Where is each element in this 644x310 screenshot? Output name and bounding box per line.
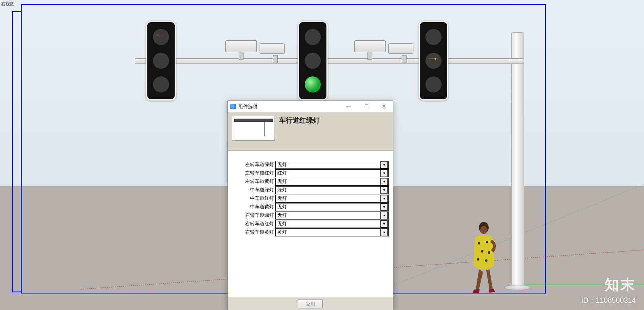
lamp-middle-green (305, 76, 321, 92)
option-label: 左转车道黄灯 (232, 178, 275, 185)
chevron-down-icon[interactable]: ▾ (380, 229, 388, 236)
svg-point-2 (478, 242, 480, 244)
svg-point-7 (485, 259, 487, 262)
option-dropdown[interactable]: 无灯▾ (275, 203, 389, 211)
svg-point-1 (480, 226, 487, 234)
option-row: 左转车道黄灯无灯▾ (232, 177, 389, 186)
chevron-down-icon[interactable]: ▾ (380, 178, 388, 185)
maximize-button[interactable]: ☐ (357, 101, 375, 112)
watermark-id: ID：1108500314 (581, 296, 636, 305)
option-value: 黄灯 (277, 229, 287, 236)
option-row: 右转车道黄灯黄灯▾ (232, 228, 389, 236)
option-dropdown[interactable]: 无灯▾ (275, 220, 389, 228)
option-value: 无灯 (277, 203, 287, 210)
option-row: 中车道黄灯无灯▾ (232, 203, 389, 211)
signal-arm[interactable] (135, 58, 524, 64)
option-dropdown[interactable]: 无灯▾ (275, 178, 389, 186)
component-title: 车行道红绿灯 (279, 116, 320, 125)
svg-point-5 (488, 251, 490, 254)
option-label: 中车道绿灯 (232, 187, 275, 193)
watermark-brand: 知末 (605, 275, 636, 295)
option-row: 右转车道绿灯无灯▾ (232, 211, 389, 220)
option-value: 无灯 (277, 220, 287, 227)
traffic-light-left[interactable] (146, 21, 176, 101)
component-options-dialog[interactable]: 组件选项 — ☐ ✕ 车行道红绿灯 左转车道绿灯无灯▾左转车道红灯红灯▾左转车道… (227, 101, 393, 310)
lamp-off (153, 53, 169, 69)
chevron-down-icon[interactable]: ▾ (380, 187, 388, 194)
signal-pole[interactable] (511, 32, 524, 288)
lamp-right-yellow-arrow (425, 53, 442, 69)
traffic-light-middle[interactable] (298, 21, 328, 101)
dialog-header: 车行道红绿灯 (228, 113, 393, 151)
option-dropdown[interactable]: 红灯▾ (275, 169, 389, 177)
option-value: 无灯 (277, 161, 287, 168)
lamp-off (305, 29, 321, 45)
option-dropdown[interactable]: 无灯▾ (275, 161, 389, 169)
option-value: 无灯 (277, 178, 287, 185)
option-row: 左转车道绿灯无灯▾ (232, 160, 389, 169)
dialog-footer: 应用 (228, 298, 393, 310)
lamp-off (425, 29, 442, 45)
lamp-off (305, 53, 321, 69)
dialog-body: 左转车道绿灯无灯▾左转车道红灯红灯▾左转车道黄灯无灯▾中车道绿灯绿灯▾中车道红灯… (228, 151, 393, 298)
signal-pole-base (504, 285, 531, 290)
svg-point-3 (486, 241, 488, 243)
dialog-window-title: 组件选项 (238, 103, 340, 110)
traffic-light-right[interactable] (419, 21, 448, 101)
chevron-down-icon[interactable]: ▾ (380, 195, 388, 202)
camera-icon[interactable] (388, 43, 413, 54)
camera-icon[interactable] (354, 40, 386, 52)
chevron-down-icon[interactable]: ▾ (380, 220, 388, 228)
camera-icon[interactable] (260, 43, 285, 54)
component-thumbnail (232, 116, 275, 141)
option-dropdown[interactable]: 黄灯▾ (275, 228, 389, 236)
svg-point-6 (477, 258, 479, 261)
option-label: 左转车道绿灯 (232, 161, 275, 168)
apply-button[interactable]: 应用 (298, 300, 323, 308)
option-row: 右转车道红灯无灯▾ (232, 220, 389, 228)
option-value: 无灯 (277, 212, 287, 219)
lamp-off (153, 76, 169, 92)
option-value: 红灯 (277, 170, 287, 177)
option-row: 左转车道红灯红灯▾ (232, 169, 389, 177)
option-label: 中车道黄灯 (232, 203, 275, 210)
option-row: 中车道绿灯绿灯▾ (232, 186, 389, 194)
camera-icon[interactable] (225, 40, 257, 52)
option-dropdown[interactable]: 无灯▾ (275, 211, 389, 220)
option-label: 左转车道红灯 (232, 170, 275, 177)
view-label: 右视图 (1, 1, 14, 7)
svg-point-4 (481, 250, 483, 253)
minimize-button[interactable]: — (340, 101, 357, 112)
option-value: 绿灯 (277, 187, 287, 193)
option-label: 右转车道黄灯 (232, 229, 275, 236)
option-label: 中车道红灯 (232, 195, 275, 202)
option-row: 中车道红灯无灯▾ (232, 194, 389, 203)
selection-bounding-box-depth (12, 11, 22, 292)
option-label: 右转车道红灯 (232, 220, 275, 227)
chevron-down-icon[interactable]: ▾ (380, 170, 388, 177)
chevron-down-icon[interactable]: ▾ (380, 161, 388, 168)
option-dropdown[interactable]: 绿灯▾ (275, 186, 389, 194)
scale-figure-person[interactable] (467, 221, 503, 295)
dialog-titlebar[interactable]: 组件选项 — ☐ ✕ (228, 101, 393, 113)
chevron-down-icon[interactable]: ▾ (380, 212, 388, 219)
option-label: 右转车道绿灯 (232, 212, 275, 219)
close-button[interactable]: ✕ (375, 101, 393, 112)
chevron-down-icon[interactable]: ▾ (380, 203, 388, 211)
option-dropdown[interactable]: 无灯▾ (275, 195, 389, 203)
option-value: 无灯 (277, 195, 287, 202)
sketchup-icon (230, 104, 236, 109)
lamp-off (425, 76, 442, 92)
lamp-left-red-arrow (153, 29, 169, 45)
